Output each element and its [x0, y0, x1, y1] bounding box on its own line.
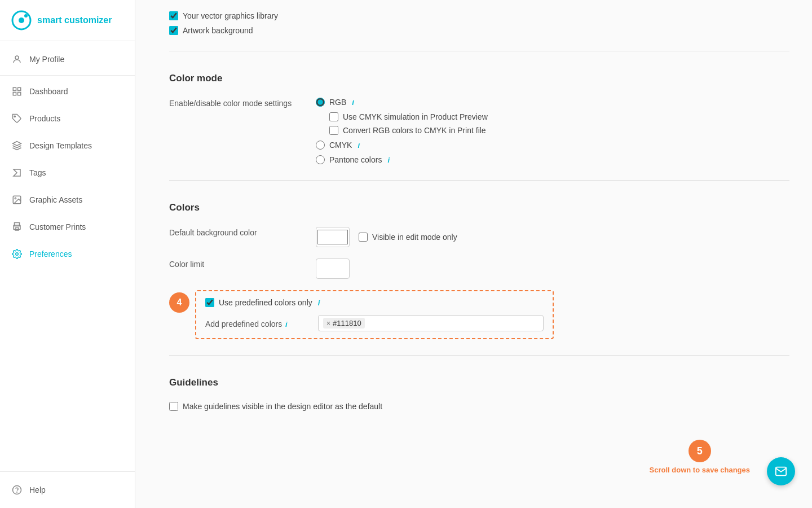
bowtie-icon	[11, 167, 23, 178]
sidebar-label-customer-prints: Customer Prints	[29, 222, 86, 231]
rgb-radio[interactable]	[316, 98, 325, 107]
person-icon	[11, 54, 23, 65]
use-predefined-info-icon[interactable]: i	[318, 299, 320, 307]
color-tag-value: #111810	[333, 319, 361, 327]
svg-rect-5	[18, 87, 21, 90]
predefined-colors-group: 4 Use predefined colors only i Add prede…	[169, 290, 789, 339]
predefined-colors-tag-input[interactable]: × #111810	[318, 315, 544, 331]
sidebar-item-products[interactable]: Products	[0, 105, 135, 132]
visible-edit-input[interactable]	[359, 233, 368, 242]
color-limit-input[interactable]	[316, 259, 350, 279]
sidebar: smart customizer My Profile Dashboard Pr…	[0, 0, 135, 508]
cmyk-simulation-checkbox[interactable]: Use CMYK simulation in Product Preview	[329, 112, 488, 121]
color-tag-111810: × #111810	[323, 318, 365, 329]
color-limit-label: Color limit	[169, 259, 316, 269]
sidebar-item-tags[interactable]: Tags	[0, 159, 135, 186]
rgb-info-icon[interactable]: i	[352, 98, 354, 107]
mail-fab[interactable]	[767, 457, 795, 485]
dashboard-icon	[11, 86, 23, 97]
help-icon	[11, 484, 23, 496]
color-mode-section: Color mode Enable/disable color mode set…	[169, 67, 789, 164]
app-logo-text: smart customizer	[37, 15, 112, 25]
mail-icon	[775, 465, 787, 478]
checkbox-artwork-background-label: Artwork background	[183, 26, 253, 35]
cmyk-radio-row[interactable]: CMYK i	[316, 141, 488, 150]
use-predefined-row: Use predefined colors only i	[205, 298, 544, 307]
svg-rect-7	[18, 93, 21, 95]
colors-section: Colors Default background color Visible …	[169, 196, 789, 339]
svg-rect-6	[13, 93, 16, 95]
sidebar-item-design-templates[interactable]: Design Templates	[0, 132, 135, 159]
add-predefined-row: Add predefined colors i × #111810	[205, 315, 544, 331]
bg-color-input[interactable]	[316, 227, 350, 247]
pantone-radio-row[interactable]: Pantone colors i	[316, 155, 488, 164]
sidebar-item-help[interactable]: Help	[0, 476, 135, 503]
convert-rgb-label: Convert RGB colors to CMYK in Print file	[343, 126, 486, 135]
sidebar-item-dashboard[interactable]: Dashboard	[0, 78, 135, 105]
cmyk-label: CMYK	[329, 141, 352, 150]
make-visible-input[interactable]	[169, 402, 178, 411]
color-mode-control: RGB i Use CMYK simulation in Product Pre…	[316, 98, 488, 164]
color-mode-title: Color mode	[169, 67, 789, 84]
rgb-label: RGB	[329, 98, 346, 107]
bg-color-label: Default background color	[169, 227, 316, 237]
pantone-radio[interactable]	[316, 155, 325, 164]
app-logo-icon	[11, 10, 32, 30]
cmyk-simulation-label: Use CMYK simulation in Product Preview	[343, 112, 488, 121]
svg-point-15	[16, 253, 19, 256]
add-predefined-label: Add predefined colors i	[205, 318, 318, 329]
sidebar-item-preferences[interactable]: Preferences	[0, 240, 135, 268]
scroll-badge: 5	[689, 440, 711, 462]
svg-point-1	[19, 17, 24, 23]
cmyk-simulation-input[interactable]	[329, 112, 338, 121]
divider-1	[169, 51, 789, 51]
visible-edit-checkbox[interactable]: Visible in edit mode only	[359, 233, 457, 242]
sidebar-item-graphic-assets[interactable]: Graphic Assets	[0, 186, 135, 213]
sidebar-label-help: Help	[29, 485, 46, 494]
sidebar-label-dashboard: Dashboard	[29, 87, 68, 96]
predefined-highlight-box: Use predefined colors only i Add predefi…	[195, 290, 554, 339]
checkbox-vector-graphics[interactable]: Your vector graphics library	[169, 11, 789, 20]
add-predefined-info-icon[interactable]: i	[285, 320, 288, 329]
graphic-icon	[11, 194, 23, 205]
tag-icon	[11, 113, 23, 124]
bg-color-row: Default background color Visible in edit…	[169, 227, 789, 247]
checkbox-artwork-background-input[interactable]	[169, 26, 178, 35]
make-visible-checkbox[interactable]: Make guidelines visible in the design ed…	[169, 402, 382, 411]
sidebar-item-my-profile[interactable]: My Profile	[0, 46, 135, 73]
checkbox-artwork-background[interactable]: Artwork background	[169, 26, 789, 35]
convert-rgb-checkbox[interactable]: Convert RGB colors to CMYK in Print file	[329, 126, 488, 135]
logo-area: smart customizer	[0, 0, 135, 41]
sidebar-label-design-templates: Design Templates	[29, 141, 92, 150]
pantone-info-icon[interactable]: i	[387, 156, 390, 164]
sidebar-bottom: Help	[0, 471, 135, 508]
pantone-label: Pantone colors	[329, 155, 382, 164]
bg-color-control: Visible in edit mode only	[316, 227, 457, 247]
sidebar-label-graphic-assets: Graphic Assets	[29, 195, 82, 204]
svg-point-8	[14, 116, 15, 117]
cmyk-radio[interactable]	[316, 141, 325, 150]
svg-point-2	[24, 14, 28, 17]
color-tag-remove[interactable]: ×	[326, 319, 330, 327]
use-predefined-input[interactable]	[205, 298, 214, 307]
guidelines-title: Guidelines	[169, 371, 789, 388]
sidebar-nav: My Profile Dashboard Products Design Tem…	[0, 41, 135, 471]
convert-rgb-input[interactable]	[329, 126, 338, 135]
prints-icon	[11, 221, 23, 233]
cmyk-info-icon[interactable]: i	[358, 141, 360, 150]
svg-point-3	[15, 56, 19, 59]
use-predefined-checkbox[interactable]: Use predefined colors only i	[205, 298, 320, 307]
checkbox-vector-graphics-input[interactable]	[169, 11, 178, 20]
guidelines-row: Make guidelines visible in the design ed…	[169, 402, 789, 411]
colors-title: Colors	[169, 196, 789, 213]
sidebar-label-tags: Tags	[29, 168, 46, 177]
sidebar-item-customer-prints[interactable]: Customer Prints	[0, 213, 135, 240]
scroll-tooltip: 5 Scroll down to save changes	[650, 440, 750, 474]
gear-icon	[11, 248, 23, 260]
svg-rect-4	[13, 87, 16, 90]
rgb-radio-row[interactable]: RGB i	[316, 98, 488, 107]
design-icon	[11, 140, 23, 151]
divider-3	[169, 355, 789, 356]
sidebar-label-products: Products	[29, 114, 60, 123]
step-badge-4: 4	[169, 292, 189, 313]
